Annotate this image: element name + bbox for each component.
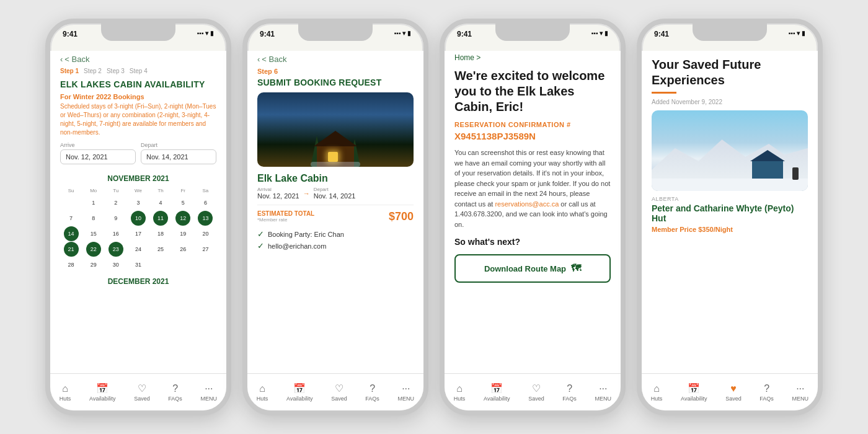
phone3-confirm-label: RESERVATION CONFIRMATION # — [454, 121, 611, 128]
phone4-hut-name: Peter and Catharine Whyte (Peyto) Hut — [652, 203, 808, 223]
nav-faqs-label-3: FAQs — [562, 396, 577, 402]
phone4-title: Your Saved Future Experiences — [652, 57, 808, 88]
snow-ground — [311, 162, 360, 167]
nav-saved-label-3: Saved — [528, 396, 544, 402]
nav-avail-2[interactable]: 📅 Availability — [286, 383, 312, 402]
nav-saved-3[interactable]: ♡ Saved — [528, 383, 544, 402]
status-icons-1: ▪▪▪ ▾ ▮ — [197, 30, 214, 37]
download-btn-label: Download Route Map — [484, 264, 566, 273]
nav-faqs-label-1: FAQs — [168, 396, 182, 402]
phone2-check-email: ✓ hello@erichan.com — [257, 241, 414, 250]
cal-day-21[interactable]: 21 — [64, 242, 79, 257]
saved-icon-3: ♡ — [532, 383, 541, 394]
body-text-1: You can screenshot this or rest easy kno… — [454, 149, 610, 208]
nav-huts-label-1: Huts — [60, 396, 71, 402]
time-4: 9:41 — [654, 30, 669, 38]
check-icon-1: ✓ — [257, 229, 264, 239]
phone3-main: We're excited to welcome you to the Elk … — [445, 62, 621, 373]
phone2-depart: Depart Nov. 14, 2021 — [314, 187, 356, 200]
nav-menu-3[interactable]: ··· MENU — [595, 383, 612, 402]
phone4-price: Member Price $350/Night — [652, 226, 808, 233]
arrive-label: Arrive — [60, 142, 136, 148]
phone2-arrive: Arrival Nov. 12, 2021 — [257, 187, 299, 200]
step-4-label: Step 4 — [130, 68, 148, 74]
cal-day-13[interactable]: 13 — [198, 211, 213, 226]
phone3-next: So what's next? — [454, 237, 611, 247]
phone2-price: $700 — [389, 210, 414, 223]
nav-faqs-4[interactable]: ? FAQs — [760, 383, 774, 402]
nav-menu-4[interactable]: ··· MENU — [792, 383, 809, 402]
phone2-total-row: ESTIMATED TOTAL *Member rate $700 — [257, 205, 414, 223]
nav-menu-label-4: MENU — [792, 396, 809, 402]
cal-day-11[interactable]: 11 — [153, 211, 168, 226]
cabin-img-inner — [257, 92, 414, 167]
nav-saved-1[interactable]: ♡ Saved — [134, 383, 150, 402]
avail-icon-1: 📅 — [96, 383, 108, 394]
nav-menu-1[interactable]: ··· MENU — [201, 383, 218, 402]
phone3-bottom-nav: ⌂ Huts 📅 Availability ♡ Saved ? FAQs ···… — [445, 373, 621, 410]
phone2-arrive-date: Nov. 12, 2021 — [257, 192, 299, 200]
nav-avail-4[interactable]: 📅 Availability — [681, 383, 707, 402]
phone1-header: ‹ < Back Step 1 Step 2 Step 3 Step 4 ELK… — [50, 51, 226, 169]
nav-saved-label-2: Saved — [331, 396, 347, 402]
cabin-window — [328, 152, 338, 162]
saved-icon-4: ♥ — [730, 383, 737, 394]
nav-avail-3[interactable]: 📅 Availability — [484, 383, 510, 402]
status-icons-4: ▪▪▪ ▾ ▮ — [789, 30, 805, 37]
phone2-member-note: *Member rate — [257, 217, 314, 223]
step-3-label: Step 3 — [107, 68, 125, 74]
accent-line — [652, 92, 676, 94]
nav-huts-2[interactable]: ⌂ Huts — [257, 383, 268, 402]
phone2-party-text: Booking Party: Eric Chan — [268, 231, 344, 238]
nav-faqs-3[interactable]: ? FAQs — [562, 383, 577, 402]
cal-day-10[interactable]: 10 — [131, 211, 146, 226]
arrive-input[interactable]: Nov. 12, 2021 — [60, 149, 136, 164]
map-icon: 🗺 — [571, 263, 581, 274]
phone3-confirm-num: X9451138PJ3589N — [454, 131, 611, 141]
nav-huts-3[interactable]: ⌂ Huts — [454, 383, 466, 402]
download-route-map-button[interactable]: Download Route Map 🗺 — [454, 254, 611, 283]
nav-saved-4[interactable]: ♥ Saved — [725, 383, 742, 402]
phone3-content-wrapper: Home > We're excited to welcome you to t… — [445, 51, 621, 373]
nav-faqs-1[interactable]: ? FAQs — [168, 383, 182, 402]
depart-input[interactable]: Nov. 14, 2021 — [141, 149, 216, 164]
phone-notch-1 — [101, 24, 175, 41]
nav-avail-1[interactable]: 📅 Availability — [89, 383, 115, 402]
cal-day-22[interactable]: 22 — [86, 242, 101, 257]
nav-avail-label-3: Availability — [484, 396, 510, 402]
cal-day-12[interactable]: 12 — [175, 211, 190, 226]
back-chevron-2: ‹ — [257, 55, 260, 64]
nav-huts-1[interactable]: ⌂ Huts — [60, 383, 71, 402]
arrive-field[interactable]: Arrive Nov. 12, 2021 — [60, 142, 136, 164]
nav-huts-4[interactable]: ⌂ Huts — [651, 383, 663, 402]
phone-notch-3 — [495, 24, 570, 41]
phone2-main: ‹ < Back Step 6 SUBMIT BOOKING REQUEST — [247, 51, 423, 253]
phone2-back[interactable]: ‹ < Back — [257, 55, 414, 64]
arrow-icon: → — [303, 190, 310, 197]
phone2-cabin-name: Elk Lake Cabin — [257, 173, 414, 184]
phone-notch-4 — [693, 24, 767, 41]
phone1-bottom-nav: ⌂ Huts 📅 Availability ♡ Saved ? FAQs ···… — [50, 373, 226, 410]
calendar-grid: Su Mo Tu We Th Fr Sa 1 2 3 4 5 6 7 8 — [60, 187, 216, 272]
nav-faqs-2[interactable]: ? FAQs — [365, 383, 379, 402]
email-link[interactable]: reservations@acc.ca — [495, 200, 559, 208]
phone2-depart-label: Depart — [314, 187, 356, 192]
nav-avail-label-1: Availability — [89, 396, 115, 402]
nav-menu-2[interactable]: ··· MENU — [398, 383, 415, 402]
depart-field[interactable]: Depart Nov. 14, 2021 — [141, 142, 216, 164]
saved-icon-2: ♡ — [335, 383, 343, 394]
phone3-home[interactable]: Home > — [454, 53, 480, 62]
phone2-total-label: ESTIMATED TOTAL — [257, 210, 314, 217]
phone2-total-left: ESTIMATED TOTAL *Member rate — [257, 210, 314, 223]
nav-menu-label-2: MENU — [398, 396, 415, 402]
cal-day-23[interactable]: 23 — [108, 242, 123, 257]
menu-icon-3: ··· — [599, 383, 607, 394]
nav-avail-label-4: Availability — [681, 396, 707, 402]
faqs-icon-3: ? — [567, 383, 572, 394]
phone4-region: ALBERTA — [652, 196, 808, 202]
cal-day-14[interactable]: 14 — [64, 226, 79, 241]
phone1-back[interactable]: ‹ < Back — [60, 55, 216, 64]
nav-saved-2[interactable]: ♡ Saved — [331, 383, 347, 402]
faqs-icon-2: ? — [370, 383, 375, 394]
nav-avail-label-2: Availability — [286, 396, 312, 402]
